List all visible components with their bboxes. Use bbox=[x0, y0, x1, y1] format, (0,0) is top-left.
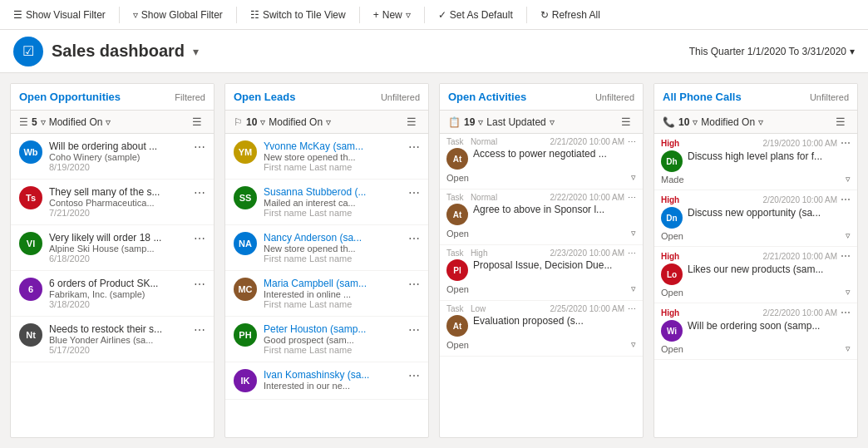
list-item[interactable]: SS Susanna Stubberod (... Mailed an inte… bbox=[225, 180, 428, 225]
new-button[interactable]: + New ▿ bbox=[367, 6, 417, 24]
call-expand-icon[interactable]: ▿ bbox=[846, 343, 851, 354]
more-options-icon[interactable]: ⋯ bbox=[194, 232, 205, 245]
avatar: At bbox=[446, 204, 468, 225]
lead-name[interactable]: Maria Campbell (sam... bbox=[264, 278, 402, 289]
list-item[interactable]: High 2/20/2020 10:00 AM ⋯ Dn Discuss new… bbox=[654, 190, 857, 247]
more-options-icon[interactable]: ⋯ bbox=[628, 137, 636, 146]
more-options-icon[interactable]: ⋯ bbox=[408, 140, 420, 154]
list-item[interactable]: PH Peter Houston (samp... Good prospect … bbox=[225, 317, 428, 362]
more-options-icon[interactable]: ⋯ bbox=[408, 369, 420, 382]
more-options-icon[interactable]: ⋯ bbox=[841, 137, 851, 149]
table-row[interactable]: Nt Needs to restock their s... Blue Yond… bbox=[11, 317, 214, 362]
list-item[interactable]: Task Normal 2/22/2020 10:00 AM ⋯ At Agre… bbox=[440, 190, 643, 245]
opp-title: 6 orders of Product SK... bbox=[49, 278, 187, 289]
activity-status-row: Open ▿ bbox=[446, 225, 636, 241]
call-status: Open bbox=[661, 344, 683, 354]
table-row[interactable]: Wb Will be ordering about ... Coho Winer… bbox=[11, 134, 214, 180]
opp-content: Will be ordering about ... Coho Winery (… bbox=[49, 140, 187, 172]
call-body: Wi Will be ordering soon (samp... bbox=[661, 320, 851, 342]
lead-sub: First name Last name bbox=[264, 208, 402, 218]
call-expand-icon[interactable]: ▿ bbox=[846, 174, 851, 185]
activity-expand-icon[interactable]: ▿ bbox=[631, 228, 636, 239]
activity-expand-icon[interactable]: ▿ bbox=[631, 172, 636, 183]
phone-calls-sort-chevron-icon[interactable]: ▿ bbox=[758, 116, 763, 128]
call-priority: High bbox=[661, 195, 679, 204]
more-options-icon[interactable]: ⋯ bbox=[408, 186, 420, 199]
activity-status: Open bbox=[446, 340, 469, 350]
activity-expand-icon[interactable]: ▿ bbox=[631, 339, 636, 350]
list-item[interactable]: YM Yvonne McKay (sam... New store opened… bbox=[225, 134, 428, 180]
table-row[interactable]: Vl Very likely will order 18 ... Alpine … bbox=[11, 225, 214, 271]
more-options-icon[interactable]: ⋯ bbox=[194, 186, 205, 199]
more-options-icon[interactable]: ⋯ bbox=[408, 232, 420, 245]
date-range-chevron-icon[interactable]: ▾ bbox=[850, 46, 855, 57]
activity-body: At Agree to above in Sponsor l... bbox=[446, 204, 636, 225]
opportunities-filter-settings-button[interactable]: ☰ bbox=[189, 114, 205, 130]
more-options-icon[interactable]: ⋯ bbox=[408, 278, 420, 291]
list-item[interactable]: High 2/19/2020 10:00 AM ⋯ Dh Discuss hig… bbox=[654, 134, 857, 190]
show-visual-filter-button[interactable]: ☰ Show Visual Filter bbox=[7, 6, 112, 24]
opportunities-count: 5 bbox=[32, 116, 37, 128]
avatar: Nt bbox=[19, 323, 42, 347]
more-options-icon[interactable]: ⋯ bbox=[841, 194, 851, 205]
phone-calls-filter-state: Unfiltered bbox=[810, 92, 849, 102]
more-options-icon[interactable]: ⋯ bbox=[628, 193, 636, 202]
opp-date: 3/18/2020 bbox=[49, 299, 187, 309]
lead-name[interactable]: Susanna Stubberod (... bbox=[264, 186, 402, 198]
new-chevron-icon: ▿ bbox=[406, 9, 411, 21]
activities-filter-settings-button[interactable]: ☰ bbox=[618, 114, 634, 130]
activity-type-label: Task Normal bbox=[446, 193, 497, 202]
separator-2 bbox=[236, 7, 237, 23]
lead-name[interactable]: Peter Houston (samp... bbox=[264, 323, 402, 335]
activity-body: At Access to power negotiated ... bbox=[446, 148, 636, 170]
more-options-icon[interactable]: ⋯ bbox=[841, 250, 851, 262]
activities-sort-arrow-icon: ▿ bbox=[478, 116, 483, 128]
list-item[interactable]: IK Ivan Komashinsky (sa... Interested in… bbox=[225, 362, 428, 400]
call-priority: High bbox=[661, 139, 679, 148]
call-expand-icon[interactable]: ▿ bbox=[846, 230, 851, 241]
list-item[interactable]: Task Low 2/25/2020 10:00 AM ⋯ At Evaluat… bbox=[440, 301, 643, 357]
opp-title: Needs to restock their s... bbox=[49, 323, 187, 335]
list-item[interactable]: Task High 2/23/2020 10:00 AM ⋯ Pl Propos… bbox=[440, 245, 643, 301]
list-item[interactable]: Task Normal 2/21/2020 10:00 AM ⋯ At Acce… bbox=[440, 134, 643, 190]
lead-name[interactable]: Ivan Komashinsky (sa... bbox=[264, 369, 402, 381]
leads-sort-chevron-icon[interactable]: ▿ bbox=[326, 116, 331, 128]
show-global-filter-button[interactable]: ▿ Show Global Filter bbox=[126, 6, 229, 24]
activity-type-label: Task Low bbox=[446, 304, 486, 313]
list-item[interactable]: NA Nancy Anderson (sa... New store opene… bbox=[225, 225, 428, 271]
switch-to-tile-view-button[interactable]: ☷ Switch to Tile View bbox=[244, 6, 353, 24]
lead-content: Maria Campbell (sam... Interested in onl… bbox=[264, 278, 402, 309]
list-item[interactable]: High 2/21/2020 10:00 AM ⋯ Lo Likes our n… bbox=[654, 247, 857, 303]
dashboard-chevron-icon[interactable]: ▾ bbox=[193, 45, 199, 58]
new-label: New bbox=[382, 9, 402, 21]
leads-filter-settings-button[interactable]: ☰ bbox=[403, 114, 420, 130]
more-options-icon[interactable]: ⋯ bbox=[194, 323, 205, 337]
more-options-icon[interactable]: ⋯ bbox=[194, 278, 205, 291]
list-item[interactable]: High 2/22/2020 10:00 AM ⋯ Wi Will be ord… bbox=[654, 303, 857, 360]
dashboard-header: ☑ Sales dashboard ▾ This Quarter 1/1/202… bbox=[0, 30, 868, 73]
opportunities-sort-chevron-icon[interactable]: ▿ bbox=[106, 116, 111, 128]
phone-calls-filter-settings-button[interactable]: ☰ bbox=[832, 114, 849, 130]
table-row[interactable]: Ts They sell many of the s... Contoso Ph… bbox=[11, 180, 214, 225]
activity-title: Agree to above in Sponsor l... bbox=[473, 204, 636, 215]
show-visual-filter-label: Show Visual Filter bbox=[26, 9, 106, 21]
more-options-icon[interactable]: ⋯ bbox=[408, 323, 420, 337]
lead-sub: First name Last name bbox=[264, 162, 402, 172]
phone-calls-count-area: 📞 10 ▿ Modified On ▿ bbox=[663, 116, 763, 128]
activities-sort-icon: 📋 bbox=[448, 116, 461, 128]
lead-name[interactable]: Yvonne McKay (sam... bbox=[264, 140, 402, 152]
list-item[interactable]: MC Maria Campbell (sam... Interested in … bbox=[225, 271, 428, 317]
activities-sort-chevron-icon[interactable]: ▿ bbox=[550, 116, 555, 128]
activity-expand-icon[interactable]: ▿ bbox=[631, 283, 636, 294]
lead-content: Nancy Anderson (sa... New store opened t… bbox=[264, 232, 402, 263]
table-row[interactable]: 6 6 orders of Product SK... Fabrikam, In… bbox=[11, 271, 214, 317]
more-options-icon[interactable]: ⋯ bbox=[628, 249, 636, 258]
more-options-icon[interactable]: ⋯ bbox=[628, 304, 636, 313]
lead-name[interactable]: Nancy Anderson (sa... bbox=[264, 232, 402, 244]
lead-content: Ivan Komashinsky (sa... Interested in ou… bbox=[264, 369, 402, 391]
call-expand-icon[interactable]: ▿ bbox=[846, 287, 851, 298]
more-options-icon[interactable]: ⋯ bbox=[194, 140, 205, 154]
refresh-all-button[interactable]: ↻ Refresh All bbox=[534, 6, 607, 24]
set-as-default-button[interactable]: ✓ Set As Default bbox=[432, 6, 520, 24]
more-options-icon[interactable]: ⋯ bbox=[841, 307, 851, 318]
